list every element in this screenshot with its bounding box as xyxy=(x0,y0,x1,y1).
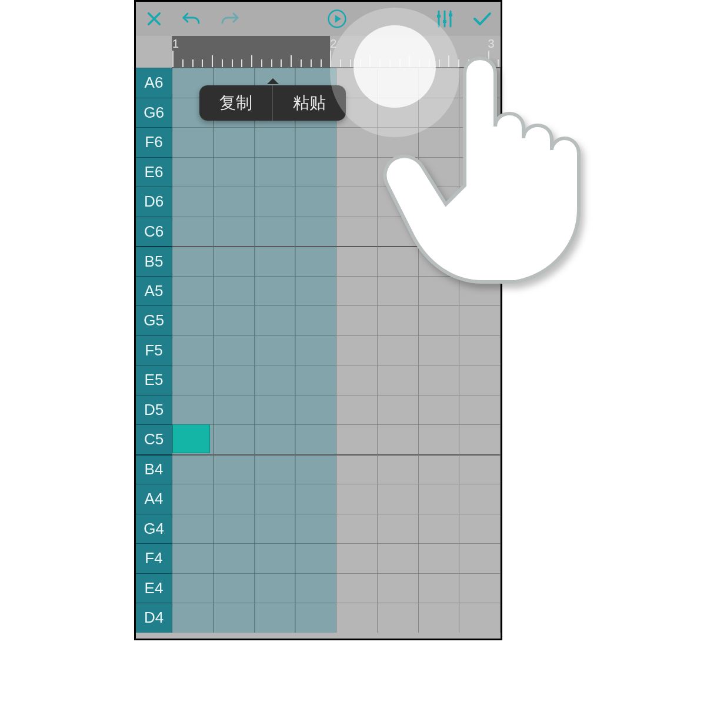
grid-cell[interactable] xyxy=(214,603,255,633)
grid-cell[interactable] xyxy=(295,127,336,157)
grid-cell[interactable] xyxy=(419,424,460,454)
grid-cell[interactable] xyxy=(419,454,460,484)
grid-row[interactable]: E5 xyxy=(136,365,501,395)
grid-cell[interactable] xyxy=(419,603,460,633)
grid-row[interactable]: F6 xyxy=(136,127,501,157)
grid-cell[interactable] xyxy=(255,157,296,187)
grid-cell[interactable] xyxy=(172,276,214,306)
grid-cell[interactable] xyxy=(378,454,419,484)
grid-cell[interactable] xyxy=(255,276,296,306)
grid-cell[interactable] xyxy=(214,305,255,335)
grid-cell[interactable] xyxy=(255,603,296,633)
grid-cell[interactable] xyxy=(295,335,336,365)
grid-cell[interactable] xyxy=(419,484,460,514)
grid-cell[interactable] xyxy=(459,276,501,306)
grid-cell[interactable] xyxy=(336,127,378,157)
grid-cell[interactable] xyxy=(419,98,460,128)
grid-cell[interactable] xyxy=(255,514,296,544)
grid-cell[interactable] xyxy=(459,127,501,157)
grid-cell[interactable] xyxy=(378,127,419,157)
grid-cell[interactable] xyxy=(336,246,378,276)
note-block[interactable] xyxy=(172,424,210,453)
grid-row[interactable]: G5 xyxy=(136,305,501,335)
grid-cell[interactable] xyxy=(378,395,419,425)
grid-cell[interactable] xyxy=(172,543,214,573)
grid-cell[interactable] xyxy=(295,514,336,544)
grid-cell[interactable] xyxy=(295,276,336,306)
grid-cell[interactable] xyxy=(295,573,336,603)
grid-cell[interactable] xyxy=(214,395,255,425)
grid-cell[interactable] xyxy=(336,454,378,484)
grid-cell[interactable] xyxy=(419,246,460,276)
grid-cell[interactable] xyxy=(172,603,214,633)
grid-cell[interactable] xyxy=(336,543,378,573)
grid-row[interactable]: E4 xyxy=(136,573,501,603)
grid-cell[interactable] xyxy=(419,514,460,544)
grid-cell[interactable] xyxy=(172,217,214,247)
piano-roll-grid[interactable]: A6G6F6E6D6C6B5A5G5F5E5D5C5B4A4G4F4E4D4 xyxy=(136,68,501,633)
grid-cell[interactable] xyxy=(378,514,419,544)
grid-cell[interactable] xyxy=(336,335,378,365)
grid-cell[interactable] xyxy=(419,68,460,98)
grid-cell[interactable] xyxy=(336,395,378,425)
grid-cell[interactable] xyxy=(214,335,255,365)
grid-cell[interactable] xyxy=(255,484,296,514)
grid-row[interactable]: D4 xyxy=(136,603,501,633)
grid-row[interactable]: F5 xyxy=(136,335,501,365)
grid-cell[interactable] xyxy=(214,276,255,306)
grid-cell[interactable] xyxy=(378,484,419,514)
grid-cell[interactable] xyxy=(295,217,336,247)
grid-cell[interactable] xyxy=(214,157,255,187)
grid-cell[interactable] xyxy=(419,157,460,187)
grid-cell[interactable] xyxy=(459,424,501,454)
grid-cell[interactable] xyxy=(255,187,296,217)
grid-cell[interactable] xyxy=(214,484,255,514)
mixer-button[interactable] xyxy=(435,9,455,29)
grid-cell[interactable] xyxy=(378,68,419,98)
grid-cell[interactable] xyxy=(378,305,419,335)
grid-cell[interactable] xyxy=(255,335,296,365)
grid-cell[interactable] xyxy=(172,573,214,603)
grid-cell[interactable] xyxy=(172,157,214,187)
grid-cell[interactable] xyxy=(214,424,255,454)
grid-cell[interactable] xyxy=(378,276,419,306)
grid-cell[interactable] xyxy=(378,246,419,276)
grid-cell[interactable] xyxy=(336,514,378,544)
grid-cell[interactable] xyxy=(459,454,501,484)
grid-cell[interactable] xyxy=(172,305,214,335)
grid-cell[interactable] xyxy=(336,365,378,395)
grid-cell[interactable] xyxy=(336,424,378,454)
grid-cell[interactable] xyxy=(459,603,501,633)
grid-cell[interactable] xyxy=(459,157,501,187)
grid-cell[interactable] xyxy=(378,543,419,573)
grid-row[interactable]: D5 xyxy=(136,395,501,425)
grid-cell[interactable] xyxy=(255,127,296,157)
grid-cell[interactable] xyxy=(459,365,501,395)
grid-row[interactable]: E6 xyxy=(136,157,501,187)
grid-cell[interactable] xyxy=(255,365,296,395)
grid-cell[interactable] xyxy=(336,157,378,187)
grid-cell[interactable] xyxy=(295,484,336,514)
grid-cell[interactable] xyxy=(419,127,460,157)
grid-cell[interactable] xyxy=(172,127,214,157)
grid-cell[interactable] xyxy=(459,543,501,573)
grid-cell[interactable] xyxy=(419,217,460,247)
play-button[interactable] xyxy=(327,9,347,29)
grid-cell[interactable] xyxy=(419,573,460,603)
grid-cell[interactable] xyxy=(172,187,214,217)
grid-cell[interactable] xyxy=(459,305,501,335)
confirm-button[interactable] xyxy=(472,9,492,29)
grid-cell[interactable] xyxy=(214,127,255,157)
grid-cell[interactable] xyxy=(336,603,378,633)
grid-cell[interactable] xyxy=(378,365,419,395)
grid-cell[interactable] xyxy=(459,246,501,276)
grid-cell[interactable] xyxy=(295,395,336,425)
grid-row[interactable]: G4 xyxy=(136,514,501,544)
grid-cell[interactable] xyxy=(459,573,501,603)
grid-cell[interactable] xyxy=(336,276,378,306)
grid-cell[interactable] xyxy=(255,424,296,454)
grid-cell[interactable] xyxy=(378,187,419,217)
grid-cell[interactable] xyxy=(214,514,255,544)
grid-cell[interactable] xyxy=(172,514,214,544)
grid-cell[interactable] xyxy=(419,543,460,573)
